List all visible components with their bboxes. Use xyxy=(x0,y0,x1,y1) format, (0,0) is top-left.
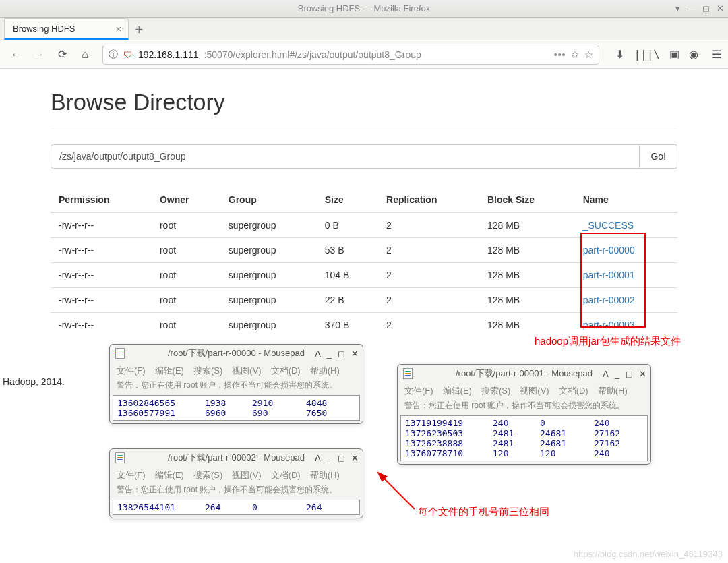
menu-icon[interactable]: ☰ xyxy=(712,48,721,61)
mp-roll-icon[interactable]: ᐱ xyxy=(315,349,321,359)
bookmark-icon[interactable]: ☆ xyxy=(584,49,593,60)
mp-menu-item[interactable]: 文件(F) xyxy=(117,469,146,481)
mp-close-icon[interactable]: ✕ xyxy=(351,453,359,463)
tab-browsing-hdfs[interactable]: Browsing HDFS × xyxy=(4,18,129,40)
mousepad-window-0[interactable]: /root/下载/part-r-00000 - Mousepad ᐱ _ ◻ ✕… xyxy=(109,344,363,424)
window-maximize-icon[interactable]: ◻ xyxy=(702,3,710,13)
mp-menu-item[interactable]: 编辑(E) xyxy=(155,469,184,481)
forward-button[interactable]: → xyxy=(30,45,49,64)
account-icon[interactable]: ◉ xyxy=(689,48,698,61)
highlight-box xyxy=(580,233,646,328)
mp-max-icon[interactable]: ◻ xyxy=(338,349,345,359)
back-button[interactable]: ← xyxy=(7,45,26,64)
mp-text-area[interactable]: 1360284656519382910484813660577991696069… xyxy=(113,395,360,421)
data-cell: 0 xyxy=(252,502,306,512)
window-close-icon[interactable]: ✕ xyxy=(717,3,724,13)
mp1-title: /root/下载/part-r-00001 - Mousepad xyxy=(456,367,593,380)
mp-roll-icon[interactable]: ᐱ xyxy=(315,453,321,463)
mp-menu-item[interactable]: 编辑(E) xyxy=(155,365,184,377)
cell-perm: -rw-r--r-- xyxy=(51,288,152,313)
data-cell: 13726230503 xyxy=(405,428,493,438)
mp-menu-item[interactable]: 帮助(H) xyxy=(310,365,340,377)
mp-menu-item[interactable]: 文件(F) xyxy=(404,385,433,397)
mp-min-icon[interactable]: _ xyxy=(327,453,332,463)
mp-menu-item[interactable]: 编辑(E) xyxy=(443,385,472,397)
home-button[interactable]: ⌂ xyxy=(75,45,94,64)
url-path: :50070/explorer.html#/zs/java/output/out… xyxy=(204,49,421,60)
cell-owner: root xyxy=(152,313,220,338)
mp-menu-item[interactable]: 文档(D) xyxy=(271,365,301,377)
col-name: Name xyxy=(575,187,677,212)
col-replication: Replication xyxy=(378,187,479,212)
data-cell: 6960 xyxy=(205,408,252,418)
annotation-bottom: 每个文件的手机号前三位相同 xyxy=(418,506,549,518)
data-cell: 13760778710 xyxy=(405,448,493,458)
data-cell: 13719199419 xyxy=(405,418,493,428)
sidebar-icon[interactable]: ▣ xyxy=(669,48,679,61)
downloads-icon[interactable]: ⬇ xyxy=(615,48,624,61)
data-cell: 13726238888 xyxy=(405,438,493,448)
cell-block: 128 MB xyxy=(479,212,575,238)
mp-menu-item[interactable]: 搜索(S) xyxy=(193,365,222,377)
reader-icon[interactable]: ✩ xyxy=(571,49,579,60)
info-icon[interactable]: ⓘ xyxy=(109,49,118,61)
page-actions-icon[interactable]: ••• xyxy=(554,49,566,60)
cell-group: supergroup xyxy=(220,238,317,263)
window-min-icon[interactable]: ▾ xyxy=(675,3,680,13)
data-cell: 240 xyxy=(594,418,641,428)
mp2-title: /root/下载/part-r-00002 - Mousepad xyxy=(168,452,305,464)
cell-perm: -rw-r--r-- xyxy=(51,212,152,238)
mp-menu-item[interactable]: 文档(D) xyxy=(271,469,301,481)
mp-close-icon[interactable]: ✕ xyxy=(639,369,646,379)
data-cell: 690 xyxy=(252,408,306,418)
mp-menubar[interactable]: 文件(F)编辑(E)搜索(S)视图(V)文档(D)帮助(H) xyxy=(110,467,363,483)
mp-menubar[interactable]: 文件(F)编辑(E)搜索(S)视图(V)文档(D)帮助(H) xyxy=(110,362,363,378)
mp-menu-item[interactable]: 文件(F) xyxy=(117,365,146,377)
mousepad-window-1[interactable]: /root/下载/part-r-00001 - Mousepad ᐱ _ ◻ ✕… xyxy=(397,364,651,465)
window-title: Browsing HDFS — Mozilla Firefox xyxy=(298,3,431,13)
path-input[interactable] xyxy=(51,144,640,169)
tab-close-icon[interactable]: × xyxy=(115,23,121,34)
data-cell: 2481 xyxy=(493,438,540,448)
mp-menu-item[interactable]: 搜索(S) xyxy=(481,385,510,397)
mp0-title: /root/下载/part-r-00000 - Mousepad xyxy=(168,347,305,359)
mp-close-icon[interactable]: ✕ xyxy=(351,349,359,359)
mp-max-icon[interactable]: ◻ xyxy=(626,369,633,379)
url-bar[interactable]: ⓘ 🛡 192.168.1.111:50070/explorer.html#/z… xyxy=(102,45,599,65)
mp-menu-item[interactable]: 帮助(H) xyxy=(598,385,628,397)
data-cell: 24681 xyxy=(540,438,594,448)
annotation-right: hadoop调用jar包生成的结果文件 xyxy=(535,335,681,348)
data-cell: 13602846565 xyxy=(117,398,205,408)
mp-menu-item[interactable]: 视图(V) xyxy=(520,385,549,397)
data-cell: 13826544101 xyxy=(117,502,205,512)
mp-menu-item[interactable]: 帮助(H) xyxy=(310,469,340,481)
window-minimize-icon[interactable]: — xyxy=(687,3,696,13)
mp-text-area[interactable]: 1371919941924002401372623050324812468127… xyxy=(400,415,648,461)
cell-rep: 2 xyxy=(378,263,479,288)
mp-min-icon[interactable]: _ xyxy=(615,369,619,379)
mp-menu-item[interactable]: 视图(V) xyxy=(232,365,261,377)
data-cell: 120 xyxy=(540,448,594,458)
mp-min-icon[interactable]: _ xyxy=(327,349,332,359)
mousepad-window-2[interactable]: /root/下载/part-r-00002 - Mousepad ᐱ _ ◻ ✕… xyxy=(109,448,363,518)
reload-button[interactable]: ⟳ xyxy=(53,45,71,64)
go-button[interactable]: Go! xyxy=(640,144,677,169)
shield-icon[interactable]: 🛡 xyxy=(123,49,133,60)
mp-text-area[interactable]: 138265441012640264 xyxy=(113,500,360,515)
cell-block: 128 MB xyxy=(479,313,575,338)
library-icon[interactable]: |||\ xyxy=(634,48,660,61)
cell-rep: 2 xyxy=(378,238,479,263)
data-cell: 264 xyxy=(306,502,353,512)
mp-max-icon[interactable]: ◻ xyxy=(338,453,345,463)
hadoop-footer: Hadoop, 2014. xyxy=(3,376,65,387)
mp-roll-icon[interactable]: ᐱ xyxy=(603,369,609,379)
mp-menu-item[interactable]: 视图(V) xyxy=(232,469,261,481)
cell-group: supergroup xyxy=(220,212,317,238)
mp-menu-item[interactable]: 文档(D) xyxy=(559,385,588,397)
mp-menu-item[interactable]: 搜索(S) xyxy=(193,469,222,481)
mp-menubar[interactable]: 文件(F)编辑(E)搜索(S)视图(V)文档(D)帮助(H) xyxy=(398,382,650,398)
data-cell: 27162 xyxy=(594,428,641,438)
new-tab-button[interactable]: + xyxy=(129,20,149,40)
file-link[interactable]: _SUCCESS xyxy=(583,220,634,231)
nav-toolbar: ← → ⟳ ⌂ ⓘ 🛡 192.168.1.111:50070/explorer… xyxy=(0,40,728,69)
